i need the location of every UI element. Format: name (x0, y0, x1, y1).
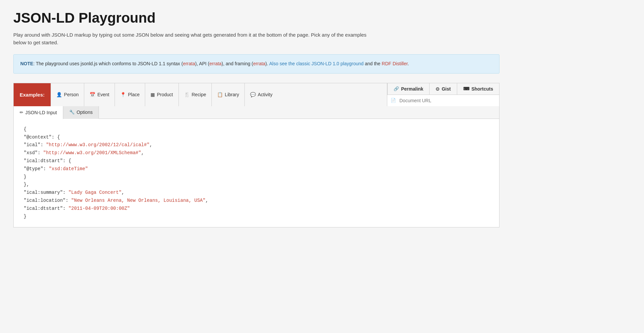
permalink-button[interactable]: 🔗 Permalink (387, 83, 429, 95)
classic-playground-link[interactable]: Also see the classic JSON-LD 1.0 playgro… (269, 61, 364, 66)
library-icon: 📋 (217, 92, 223, 97)
recipe-icon: 🍴 (184, 92, 190, 97)
place-tab-label: Place (128, 92, 140, 97)
rdf-distiller-link[interactable]: RDF Distiller (382, 61, 408, 66)
code-line-1: { (24, 126, 489, 134)
wrench-icon: 🔧 (69, 110, 75, 115)
activity-icon: 💬 (250, 92, 256, 97)
code-line-6: "@type": "xsd:dateTime" (24, 165, 489, 173)
input-tabs-row: ✏ JSON-LD Input 🔧 Options (13, 106, 499, 119)
example-tab-recipe[interactable]: 🍴 Recipe (178, 83, 212, 106)
note-box: NOTE: The playground uses jsonld.js whic… (13, 54, 499, 74)
page-subtitle: Play around with JSON-LD markup by typin… (13, 31, 380, 46)
person-icon: 👤 (56, 92, 62, 97)
tab-jsonld-input[interactable]: ✏ JSON-LD Input (14, 106, 63, 119)
shortcuts-button[interactable]: ⌨ Shortcuts (457, 83, 499, 95)
library-tab-label: Library (225, 92, 239, 97)
toolbar-area: Examples: 👤 Person 📅 Event 📍 Place ▦ Pro… (13, 83, 499, 228)
page-title: JSON-LD Playground (13, 10, 631, 26)
place-icon: 📍 (120, 92, 126, 97)
product-tab-label: Product (157, 92, 173, 97)
code-line-7: } (24, 173, 489, 181)
example-tab-activity[interactable]: 💬 Activity (244, 83, 278, 106)
example-tab-product[interactable]: ▦ Product (145, 83, 178, 106)
action-buttons-row: 🔗 Permalink ⊙ Gist ⌨ Shortcuts (387, 83, 499, 95)
jsonld-input-label: JSON-LD Input (25, 110, 57, 115)
shortcuts-label: Shortcuts (472, 86, 493, 92)
examples-bar: Examples: 👤 Person 📅 Event 📍 Place ▦ Pro… (14, 83, 387, 106)
permalink-label: Permalink (401, 86, 423, 92)
code-line-3: "ical": "http://www.w3.org/2002/12/cal/i… (24, 141, 489, 149)
tab-spacer (99, 106, 499, 119)
product-icon: ▦ (151, 92, 155, 97)
example-tab-library[interactable]: 📋 Library (211, 83, 244, 106)
person-tab-label: Person (64, 92, 79, 97)
options-label: Options (77, 110, 93, 115)
gist-button[interactable]: ⊙ Gist (429, 83, 457, 95)
activity-tab-label: Activity (258, 92, 272, 97)
example-tab-place[interactable]: 📍 Place (115, 83, 145, 106)
code-line-5: "ical:dtstart": { (24, 157, 489, 165)
errata1-link[interactable]: errata (183, 61, 195, 66)
pencil-icon: ✏ (20, 110, 23, 115)
code-line-11: "ical:dtstart": "2011-04-09T20:00:00Z" (24, 205, 489, 213)
code-line-9: "ical:summary": "Lady Gaga Concert", (24, 189, 489, 197)
permalink-icon: 🔗 (394, 86, 399, 91)
errata2-link[interactable]: errata (209, 61, 222, 66)
code-line-2: "@context": { (24, 134, 489, 142)
example-tab-person[interactable]: 👤 Person (51, 83, 84, 106)
examples-label: Examples: (14, 83, 51, 106)
code-line-10: "ical:location": "New Orleans Arena, New… (24, 197, 489, 205)
document-icon: 📄 (387, 95, 399, 106)
code-content: { "@context": { "ical": "http://www.w3.o… (14, 119, 499, 227)
recipe-tab-label: Recipe (192, 92, 206, 97)
code-line-8: }, (24, 181, 489, 189)
gist-label: Gist (442, 86, 451, 92)
tab-options[interactable]: 🔧 Options (63, 106, 99, 119)
note-bold: NOTE (20, 61, 33, 66)
event-icon: 📅 (90, 92, 95, 97)
code-editor[interactable]: { "@context": { "ical": "http://www.w3.o… (13, 119, 499, 228)
code-line-12: } (24, 213, 489, 221)
example-tab-event[interactable]: 📅 Event (84, 83, 115, 106)
right-actions: 🔗 Permalink ⊙ Gist ⌨ Shortcuts 📄 (387, 83, 499, 106)
code-line-4: "xsd": "http://www.w3.org/2001/XMLSchema… (24, 149, 489, 157)
event-tab-label: Event (97, 92, 109, 97)
document-url-row: 📄 (387, 95, 499, 106)
shortcuts-icon: ⌨ (463, 86, 470, 91)
note-text1: : The playground uses jsonld.js which co… (33, 61, 409, 66)
document-url-input[interactable] (399, 95, 473, 106)
gist-icon: ⊙ (436, 86, 440, 92)
errata3-link[interactable]: errata (253, 61, 265, 66)
examples-and-actions-row: Examples: 👤 Person 📅 Event 📍 Place ▦ Pro… (13, 83, 499, 106)
